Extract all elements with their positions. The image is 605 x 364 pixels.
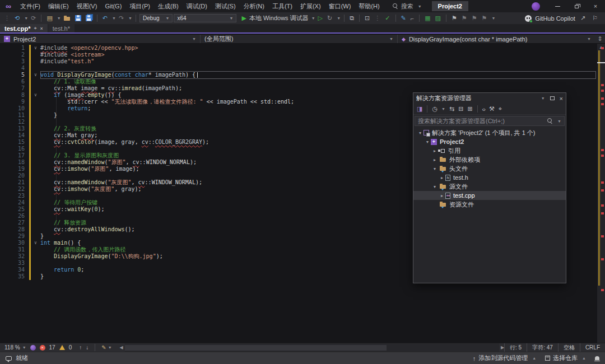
navigate-back-button[interactable]: ⟲ (13, 15, 21, 22)
chevron-down-icon[interactable]: ▼ (112, 16, 116, 20)
close-button[interactable]: × (586, 0, 605, 12)
solution-search-input[interactable] (418, 118, 544, 124)
preview-selected-items-button[interactable]: ⌖ (499, 105, 502, 113)
sync-with-active-document-button[interactable]: ⇆ (449, 105, 454, 113)
feedback-icon[interactable]: ⚐ (590, 15, 599, 22)
tree-collapsed-arrow[interactable]: ▸ (431, 157, 438, 162)
member-dropdown[interactable]: ◆ DisplayGrayImage(const char * imagePat… (398, 35, 595, 43)
menu-item-E[interactable]: 编辑(E) (44, 0, 73, 12)
properties-button[interactable]: ⊞ (467, 105, 472, 113)
tab-testcpp[interactable]: test.cpp*⌖× (0, 24, 48, 32)
menu-item-F[interactable]: 文件(F) (16, 0, 44, 12)
menu-item-P[interactable]: 项目(P) (125, 0, 154, 12)
spaces-indicator[interactable]: 空格 (558, 343, 580, 352)
next-issue-button[interactable]: ↓ (86, 344, 89, 351)
select-repository-button[interactable]: 选择仓库 ▲ (545, 354, 586, 362)
vertical-scrollbar[interactable]: ▲ (597, 44, 605, 343)
start-debugging-label[interactable]: 本地 Windows 调试器 (249, 14, 309, 22)
navigate-forward-button[interactable]: ⟳ (29, 15, 38, 22)
tree-expanded-arrow[interactable]: ▾ (424, 139, 431, 144)
tree-item-testh[interactable]: ▸htest.h (413, 173, 566, 182)
share-icon[interactable]: ↗ (579, 15, 587, 22)
save-button[interactable] (75, 15, 81, 21)
github-copilot-icon[interactable] (525, 15, 532, 22)
redo-button[interactable]: ↷ (117, 15, 125, 22)
live-share-icon[interactable] (30, 345, 36, 351)
find-in-files-button[interactable]: ⧉ (348, 15, 356, 22)
column-indicator[interactable]: 字符: 47 (527, 343, 558, 352)
solution-explorer-titlebar[interactable]: 解决方案资源管理器 ▼ × (413, 93, 566, 104)
warning-count[interactable]: 0 (69, 344, 72, 351)
new-project-button[interactable]: ▤ (45, 15, 54, 22)
fold-expanded-icon[interactable]: ∨ (31, 72, 40, 78)
pending-changes-filter-button[interactable]: ◷ (432, 105, 438, 113)
menu-item-W[interactable]: 窗口(W) (325, 0, 355, 12)
menu-item-S[interactable]: 测试(S) (211, 0, 240, 12)
pin-icon[interactable]: ⌖ (34, 25, 36, 31)
settings-wrench-button[interactable]: ⚒ (489, 105, 495, 113)
user-avatar[interactable] (532, 2, 540, 11)
chevron-down-icon[interactable]: ▼ (491, 16, 495, 20)
tree-collapsed-arrow[interactable]: ▸ (439, 175, 445, 180)
project-dropdown[interactable]: + Project2 ▼ (0, 35, 201, 43)
zoom-level-select[interactable]: 118 % (4, 344, 20, 351)
maximize-button[interactable] (567, 0, 586, 12)
solution-platforms-select[interactable]: x64▼ (174, 14, 236, 22)
split-editor-button[interactable]: ⇕ (595, 35, 605, 43)
tree-item-testcpp[interactable]: ▸++test.cpp (413, 191, 566, 200)
switch-views-button[interactable]: ◨ (417, 105, 422, 113)
new-window-button[interactable]: ⊡ (363, 15, 371, 22)
tree-expanded-arrow[interactable]: ▾ (431, 166, 438, 171)
menu-item-D[interactable]: 调试(D) (183, 0, 211, 12)
tree-item-[interactable]: 资源文件 (413, 200, 566, 209)
tree-collapsed-arrow[interactable]: ▸ (439, 193, 445, 198)
run-code-analysis-button[interactable]: ✓ (383, 15, 392, 22)
save-all-button[interactable] (86, 15, 92, 21)
undo-button[interactable]: ↶ (101, 15, 109, 22)
code-line[interactable]: 4 (0, 65, 597, 72)
tree-item-[interactable]: ▸外部依赖项 (413, 155, 566, 164)
chevron-down-icon[interactable]: ▼ (311, 16, 315, 20)
tree-item-Project211[interactable]: ▾解决方案 'Project2' (1 个项目, 共 1 个) (413, 128, 566, 137)
collapse-all-button[interactable]: ⊟ (458, 105, 463, 113)
menu-item-N[interactable]: 分析(N) (240, 0, 268, 12)
error-count[interactable]: 17 (49, 344, 55, 351)
chevron-down-icon[interactable]: ▼ (22, 346, 26, 349)
feedback-bubble-icon[interactable] (6, 356, 12, 361)
next-bookmark-button[interactable]: ⚑ (470, 15, 479, 22)
code-line[interactable]: 5∨void DisplayGrayImage(const char* imag… (0, 72, 597, 78)
word-wrap-button[interactable]: ▨ (434, 15, 443, 22)
copilot-label[interactable]: GitHub Copilot (535, 15, 575, 22)
previous-bookmark-button[interactable]: ⚑ (460, 15, 469, 22)
show-whitespace-button[interactable]: ▦ (423, 15, 432, 22)
code-line[interactable]: 6 // 1. 读取图像 (0, 78, 597, 85)
horizontal-scrollbar-thumb[interactable] (125, 345, 387, 351)
tree-expanded-arrow[interactable]: ▾ (417, 130, 424, 136)
solution-configurations-select[interactable]: Debug▼ (139, 14, 173, 22)
menu-item-X[interactable]: 扩展(X) (296, 0, 325, 12)
maximize-panel-icon[interactable] (550, 96, 555, 100)
tree-item-Project2[interactable]: ▾+Project2 (413, 137, 566, 146)
start-debugging-button[interactable]: ▶ (240, 15, 248, 22)
tree-item-[interactable]: ▸引用 (413, 146, 566, 155)
menu-item-H[interactable]: 帮助(H) (355, 0, 383, 12)
uncomment-button[interactable]: ⌐ (409, 15, 416, 22)
chevron-down-icon[interactable]: ▼ (24, 16, 28, 20)
fold-expanded-icon[interactable]: ∨ (31, 45, 40, 52)
menu-item-V[interactable]: 视图(V) (73, 0, 101, 12)
toggle-bookmark-button[interactable]: ⚑ (450, 15, 459, 22)
open-file-button[interactable] (64, 16, 71, 21)
minimize-button[interactable] (548, 0, 567, 12)
previous-issue-button[interactable]: ↑ (79, 344, 82, 351)
chevron-down-icon[interactable]: ▼ (557, 119, 561, 123)
line-indicator[interactable]: 行: 5 (504, 343, 527, 352)
chevron-down-icon[interactable]: ▼ (441, 107, 445, 111)
code-line[interactable]: 7 cv::Mat image = cv::imread(imagePath); (0, 85, 597, 92)
code-line[interactable]: 3#include"test.h" (0, 58, 597, 65)
tree-expanded-arrow[interactable]: ▾ (431, 184, 438, 189)
show-all-files-button[interactable]: ‹› (482, 106, 485, 113)
tree-collapsed-arrow[interactable]: ▸ (431, 148, 438, 153)
menu-item-T[interactable]: 工具(T) (268, 0, 296, 12)
close-panel-icon[interactable]: × (560, 95, 563, 102)
horizontal-scrollbar[interactable] (125, 343, 499, 352)
